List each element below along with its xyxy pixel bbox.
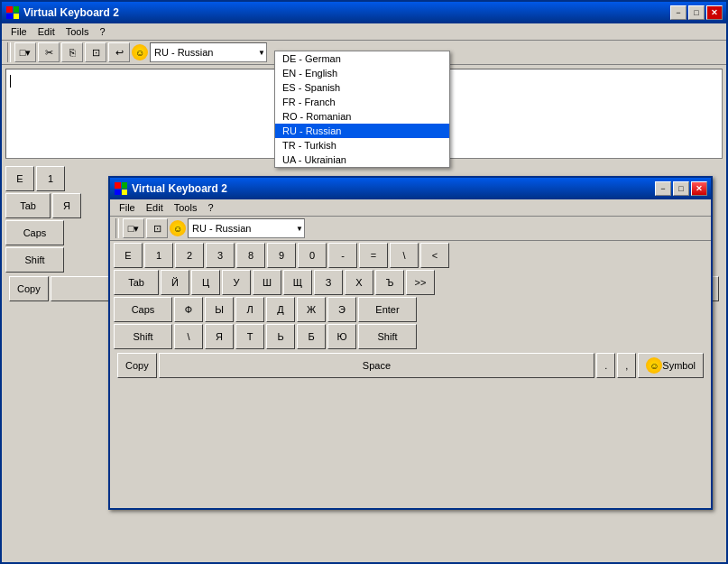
- main-doc-button[interactable]: □▾: [14, 42, 36, 62]
- inner-key-Kh[interactable]: Х: [345, 270, 373, 295]
- inner-kb-row-4: Shift \ Я Т Ь Б Ю Shift: [114, 324, 707, 349]
- dropdown-item-ru[interactable]: RU - Russian: [275, 124, 449, 138]
- main-copy-button[interactable]: ⎘: [61, 42, 83, 62]
- inner-title-left: Virtual Keyboard 2: [114, 181, 227, 196]
- inner-key-8[interactable]: 8: [236, 243, 265, 268]
- inner-emoji-button[interactable]: ☺: [170, 220, 186, 236]
- inner-menu-file[interactable]: File: [114, 200, 141, 215]
- dropdown-item-es[interactable]: ES - Spanish: [275, 80, 449, 95]
- inner-key-0[interactable]: 0: [298, 243, 327, 268]
- inner-key-enter[interactable]: Enter: [358, 297, 417, 322]
- key-E[interactable]: Е: [5, 166, 34, 191]
- inner-key-L[interactable]: Л: [235, 297, 264, 322]
- main-paste-button[interactable]: ⊡: [85, 42, 106, 62]
- inner-key-J[interactable]: Й: [161, 270, 189, 295]
- inner-key-1[interactable]: 1: [144, 243, 173, 268]
- inner-keyboard: Е 1 2 3 8 9 0 - = \ < Tab Й Ц У Ш Щ З Х …: [110, 241, 711, 382]
- menu-file[interactable]: File: [5, 24, 32, 39]
- inner-menu-help[interactable]: ?: [202, 200, 218, 215]
- dropdown-item-ua[interactable]: UA - Ukrainian: [275, 153, 449, 167]
- inner-title-bar: Virtual Keyboard 2 − □ ✕: [110, 178, 711, 199]
- inner-window-icon: [114, 181, 128, 196]
- dropdown-item-ro[interactable]: RO - Romanian: [275, 109, 449, 124]
- inner-bottom-bar: Copy Space . , ☺ Symbol: [114, 351, 707, 380]
- inner-lang-select-wrapper[interactable]: RU - Russian ▼: [188, 218, 305, 238]
- inner-key-bs[interactable]: \: [174, 324, 203, 349]
- key-caps[interactable]: Caps: [5, 220, 64, 245]
- menu-edit[interactable]: Edit: [32, 24, 60, 39]
- inner-key-C[interactable]: Ц: [191, 270, 220, 295]
- inner-dot-btn[interactable]: .: [596, 353, 615, 378]
- main-window-title: Virtual Keyboard 2: [23, 6, 119, 19]
- key-shift-left[interactable]: Shift: [5, 247, 64, 273]
- inner-key-caps[interactable]: Caps: [114, 297, 172, 322]
- lang-dropdown: DE - German EN - English ES - Spanish FR…: [274, 51, 450, 168]
- inner-menu-bar: File Edit Tools ?: [110, 199, 711, 217]
- inner-symbol-btn[interactable]: ☺ Symbol: [638, 353, 704, 378]
- inner-key-Yu[interactable]: Ю: [327, 324, 356, 349]
- inner-key-D[interactable]: Д: [266, 297, 295, 322]
- inner-key-E[interactable]: Е: [114, 243, 143, 268]
- inner-key-equals[interactable]: =: [359, 243, 388, 268]
- inner-key-9[interactable]: 9: [267, 243, 296, 268]
- dropdown-item-en[interactable]: EN - English: [275, 66, 449, 80]
- main-window-icon: [5, 5, 20, 20]
- inner-copy-btn[interactable]: Copy: [117, 353, 157, 378]
- menu-tools[interactable]: Tools: [60, 24, 95, 39]
- inner-key-rangle[interactable]: >>: [406, 270, 435, 295]
- inner-key-F[interactable]: Ф: [174, 297, 203, 322]
- inner-key-U[interactable]: У: [222, 270, 251, 295]
- inner-key-tab[interactable]: Tab: [114, 270, 159, 295]
- inner-title-buttons: − □ ✕: [655, 181, 707, 196]
- inner-key-Z[interactable]: З: [314, 270, 343, 295]
- inner-doc-button[interactable]: □▾: [123, 218, 144, 238]
- key-1[interactable]: 1: [36, 166, 65, 191]
- inner-lang-select[interactable]: RU - Russian: [188, 218, 305, 238]
- main-maximize-button[interactable]: □: [688, 5, 705, 20]
- inner-key-shift-left[interactable]: Shift: [114, 324, 172, 349]
- inner-key-soft[interactable]: Ь: [266, 324, 295, 349]
- inner-key-B[interactable]: Б: [297, 324, 326, 349]
- main-close-button[interactable]: ✕: [706, 5, 723, 20]
- text-caret: [10, 75, 11, 88]
- inner-key-Tverd[interactable]: Ъ: [375, 270, 404, 295]
- inner-menu-edit[interactable]: Edit: [141, 200, 169, 215]
- inner-key-Y[interactable]: Ы: [205, 297, 234, 322]
- main-cut-button[interactable]: ✂: [38, 42, 60, 62]
- inner-key-lt[interactable]: <: [420, 243, 449, 268]
- main-minimize-button[interactable]: −: [670, 5, 687, 20]
- inner-space-btn[interactable]: Space: [159, 353, 595, 378]
- key-tab[interactable]: Tab: [5, 193, 51, 218]
- inner-key-minus[interactable]: -: [328, 243, 357, 268]
- main-emoji-button[interactable]: ☺: [132, 44, 148, 60]
- inner-menu-tools[interactable]: Tools: [169, 200, 203, 215]
- inner-key-2[interactable]: 2: [175, 243, 204, 268]
- inner-key-Shch[interactable]: Щ: [283, 270, 312, 295]
- inner-key-backslash[interactable]: \: [390, 243, 419, 268]
- inner-close-button[interactable]: ✕: [691, 181, 707, 196]
- main-lang-select-wrapper[interactable]: RU - Russian ▼: [150, 42, 267, 62]
- inner-kb-row-3: Caps Ф Ы Л Д Ж Э Enter: [114, 297, 707, 322]
- main-copy-btn[interactable]: Copy: [9, 276, 49, 301]
- inner-symbol-emoji-icon: ☺: [646, 357, 662, 374]
- inner-comma-btn[interactable]: ,: [617, 353, 636, 378]
- key-ya[interactable]: Я: [52, 193, 81, 218]
- menu-help[interactable]: ?: [94, 24, 110, 39]
- inner-kb-row-2: Tab Й Ц У Ш Щ З Х Ъ >>: [114, 270, 707, 295]
- main-menu-bar: File Edit Tools ?: [2, 23, 726, 41]
- inner-key-Zh[interactable]: Ж: [297, 297, 326, 322]
- inner-key-3[interactable]: 3: [206, 243, 235, 268]
- main-lang-select[interactable]: RU - Russian: [150, 42, 267, 62]
- inner-key-Ya[interactable]: Я: [205, 324, 234, 349]
- dropdown-item-de[interactable]: DE - German: [275, 51, 449, 66]
- inner-key-T[interactable]: Т: [235, 324, 264, 349]
- inner-maximize-button[interactable]: □: [673, 181, 689, 196]
- main-undo-button[interactable]: ↩: [108, 42, 130, 62]
- dropdown-item-tr[interactable]: TR - Turkish: [275, 138, 449, 153]
- inner-key-Sh[interactable]: Ш: [253, 270, 281, 295]
- inner-key-shift-right[interactable]: Shift: [358, 324, 417, 349]
- inner-minimize-button[interactable]: −: [655, 181, 671, 196]
- dropdown-item-fr[interactable]: FR - Franch: [275, 95, 449, 109]
- inner-paste-button[interactable]: ⊡: [146, 218, 168, 238]
- inner-key-E2[interactable]: Э: [327, 297, 356, 322]
